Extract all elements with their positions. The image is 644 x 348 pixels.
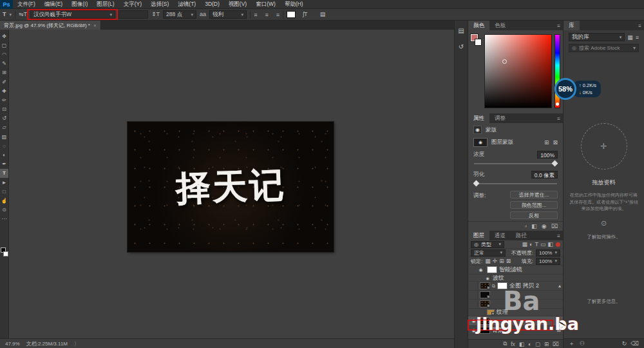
blend-mode-select[interactable]: 正常 ▾ — [471, 249, 506, 256]
blur-tool-icon[interactable]: ◌ — [0, 141, 8, 150]
zoom-level[interactable]: 47.9% — [5, 341, 20, 347]
shape-tool-icon[interactable]: □ — [0, 187, 8, 196]
delete-layer-icon[interactable]: ⌧ — [553, 341, 559, 347]
collapsed-panel-icon-b[interactable]: ↺ — [459, 43, 464, 50]
layer-mask-thumbnail[interactable]: ◉ — [473, 138, 488, 147]
marquee-tool-icon[interactable]: ▢ — [0, 41, 8, 50]
text-orientation-icon[interactable]: ⇋T — [19, 10, 27, 19]
smart-filter-name[interactable]: 波纹 — [493, 274, 504, 282]
font-family-select[interactable]: 汉仪尚巍手书W ▾ — [30, 10, 115, 19]
opacity-select[interactable]: 100% ▾ — [536, 249, 560, 256]
tab-layers[interactable]: 图层 — [468, 231, 489, 240]
eye-column[interactable] — [470, 300, 478, 307]
filter-adjustment-layers-icon[interactable]: ◐ — [529, 241, 533, 247]
move-tool-icon[interactable]: ✥ — [0, 32, 8, 41]
tab-channels[interactable]: 通道 — [489, 231, 511, 240]
warp-text-icon[interactable]: ʃT — [303, 10, 308, 19]
density-slider-knob[interactable] — [552, 160, 558, 167]
filter-shape-layers-icon[interactable]: ▭ — [540, 241, 546, 247]
menu-window[interactable]: 窗口(W) — [251, 1, 280, 8]
color-range-button[interactable]: 颜色范围... — [510, 201, 558, 209]
dodge-tool-icon[interactable]: ◐ — [0, 150, 8, 159]
hand-tool-icon[interactable]: ☝ — [0, 196, 8, 205]
layer-thumbnail[interactable] — [480, 291, 490, 298]
menu-layer[interactable]: 图层(L) — [92, 1, 118, 8]
lock-position-icon[interactable]: ✛ — [493, 258, 498, 264]
panel-menu-icon[interactable]: ≡ — [557, 233, 560, 239]
clone-stamp-tool-icon[interactable]: ⊡ — [0, 105, 8, 114]
align-center-icon[interactable]: ≡ — [263, 12, 270, 18]
layer-filter-select[interactable]: ◎ 类型 ▾ — [471, 241, 504, 248]
background-color-chip[interactable] — [3, 251, 8, 256]
layer-thumbnail[interactable] — [480, 300, 490, 307]
add-vector-mask-icon[interactable]: ⊠ — [553, 139, 558, 146]
tab-libraries[interactable]: 库 — [564, 21, 580, 30]
toggle-panels-icon[interactable]: ▤ — [320, 10, 326, 19]
delete-icon[interactable]: ⌫ — [630, 340, 639, 347]
font-size-select[interactable]: 288 点 ▾ — [163, 10, 196, 19]
eye-column[interactable] — [470, 282, 478, 289]
align-left-icon[interactable]: ≡ — [254, 12, 260, 18]
mask-link-icon[interactable]: ⧉ — [492, 284, 495, 289]
more-tools-icon[interactable]: ⋯ — [0, 215, 8, 224]
eyedropper-tool-icon[interactable]: ✐ — [0, 77, 8, 86]
layer-row-filter-item[interactable]: ◉ 波纹 — [468, 275, 563, 282]
add-pixel-mask-icon[interactable]: ⊞ — [544, 139, 549, 146]
feather-value[interactable]: 0.0 像素 — [531, 171, 558, 179]
layer-style-icon[interactable]: fx — [511, 341, 515, 347]
panel-menu-icon[interactable]: ≡ — [557, 23, 560, 29]
feather-slider[interactable] — [474, 183, 557, 184]
apply-mask-icon[interactable]: ◧ — [531, 223, 537, 229]
network-speed-overlay[interactable]: 58% ↑ 0.2K/s ↓ 0K/s — [554, 78, 601, 100]
collapsed-panel-icon-a[interactable]: ▤ — [458, 27, 464, 34]
filter-pixel-layers-icon[interactable]: ▦ — [522, 241, 528, 247]
new-group-icon[interactable]: ▢ — [535, 341, 540, 347]
eraser-tool-icon[interactable]: ▱ — [0, 123, 8, 132]
type-tool-icon[interactable]: T — [0, 169, 8, 178]
menu-file[interactable]: 文件(F) — [13, 1, 40, 8]
adjustment-layer-icon[interactable]: ◐ — [528, 341, 531, 347]
mask-visibility-icon[interactable]: ◉ — [542, 223, 547, 229]
tool-preset-chevron[interactable]: ▾ — [10, 10, 12, 19]
font-style-select[interactable] — [118, 10, 148, 19]
lock-all-icon[interactable]: ⊠ — [506, 258, 511, 264]
eye-icon[interactable]: ◉ — [477, 266, 485, 273]
select-and-mask-button[interactable]: 选择并遮住... — [510, 191, 558, 198]
menu-image[interactable]: 图像(I) — [67, 1, 92, 8]
smart-filter-thumbnail[interactable] — [487, 266, 497, 273]
density-value[interactable]: 100% — [537, 151, 558, 159]
filter-toggle-icon[interactable] — [556, 242, 560, 247]
grid-view-icon[interactable]: ▦ — [627, 34, 633, 41]
layer-row-smart-filters[interactable]: ◉ 智能滤镜 — [468, 266, 563, 275]
artwork-image[interactable]: 择天记 — [128, 122, 334, 252]
color-fg-bg-swatches[interactable] — [471, 34, 482, 47]
library-select[interactable]: 我的库 ▾ — [569, 33, 625, 41]
canvas-area[interactable]: 择天记 — [9, 30, 454, 338]
menu-edit[interactable]: 编辑(E) — [40, 1, 67, 8]
lock-artboard-icon[interactable]: ⊞ — [499, 258, 504, 264]
panel-menu-icon[interactable]: ≡ — [557, 116, 560, 122]
link-layers-icon[interactable]: ⧉ — [503, 340, 507, 347]
history-brush-tool-icon[interactable]: ↺ — [0, 114, 8, 123]
panel-menu-icon[interactable]: ≡ — [638, 23, 641, 29]
libraries-link-2[interactable]: 了解更多信息。 — [569, 298, 639, 305]
anti-alias-select[interactable]: 锐利 ▾ — [209, 10, 247, 19]
brush-tool-icon[interactable]: ✏ — [0, 95, 8, 104]
layer-thumbnail[interactable] — [480, 282, 490, 289]
add-mask-icon[interactable]: ◧ — [519, 341, 524, 347]
crop-tool-icon[interactable]: ⊞ — [0, 68, 8, 77]
fill-select[interactable]: 100% ▾ — [536, 258, 560, 265]
filter-smart-objects-icon[interactable]: ◧ — [547, 241, 553, 247]
tool-preset-icon[interactable]: T — [3, 10, 6, 19]
menu-help[interactable]: 帮助(H) — [280, 1, 308, 8]
add-content-icon[interactable]: ＋ — [569, 340, 574, 348]
tab-color[interactable]: 颜色 — [468, 21, 489, 30]
tab-adjustments[interactable]: 调整 — [489, 113, 511, 123]
menu-select[interactable]: 选择(S) — [146, 1, 173, 8]
invert-button[interactable]: 反相 — [510, 211, 558, 219]
filter-type-layers-icon[interactable]: T — [535, 241, 538, 247]
color-picker-cursor[interactable] — [502, 59, 507, 64]
menu-filter[interactable]: 滤镜(T) — [173, 1, 200, 8]
list-view-icon[interactable]: ≡ — [636, 34, 639, 41]
foreground-background-swatches[interactable] — [1, 246, 8, 256]
